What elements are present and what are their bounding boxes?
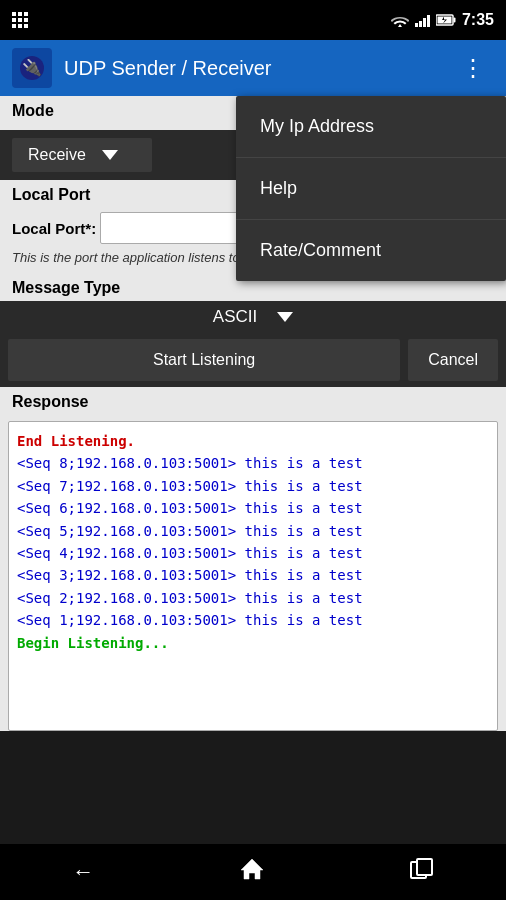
response-line: <Seq 1;192.168.0.103:5001> this is a tes… <box>17 609 489 631</box>
mode-dropdown-arrow <box>102 150 118 160</box>
dropdown-menu: My Ip Address Help Rate/Comment <box>236 96 506 281</box>
back-button[interactable]: ← <box>64 851 102 893</box>
status-bar: 7:35 <box>0 0 506 40</box>
grid-icon <box>12 12 28 28</box>
response-line: <Seq 6;192.168.0.103:5001> this is a tes… <box>17 497 489 519</box>
home-button[interactable] <box>231 849 273 896</box>
battery-icon <box>436 13 456 27</box>
recents-icon <box>410 858 434 880</box>
response-section: Response <box>0 387 506 415</box>
nav-bar: ← <box>0 844 506 900</box>
app-logo: 🔌 <box>12 48 52 88</box>
ascii-value: ASCII <box>213 307 257 327</box>
port-input[interactable] <box>100 212 240 244</box>
ascii-dropdown-arrow <box>277 312 293 322</box>
response-line: <Seq 3;192.168.0.103:5001> this is a tes… <box>17 564 489 586</box>
menu-item-help[interactable]: Help <box>236 158 506 220</box>
menu-item-rate-comment[interactable]: Rate/Comment <box>236 220 506 281</box>
action-row: Start Listening Cancel <box>0 333 506 387</box>
mode-value: Receive <box>28 146 86 164</box>
ascii-dropdown[interactable]: ASCII <box>213 307 293 327</box>
wifi-icon <box>391 13 409 27</box>
svg-text:🔌: 🔌 <box>22 58 42 77</box>
recents-button[interactable] <box>402 850 442 894</box>
response-box[interactable]: End Listening.<Seq 8;192.168.0.103:5001>… <box>8 421 498 731</box>
menu-item-my-ip[interactable]: My Ip Address <box>236 96 506 158</box>
response-line: <Seq 7;192.168.0.103:5001> this is a tes… <box>17 475 489 497</box>
signal-icon <box>415 13 430 27</box>
response-line: <Seq 2;192.168.0.103:5001> this is a tes… <box>17 587 489 609</box>
app-logo-icon: 🔌 <box>18 54 46 82</box>
app-bar: 🔌 UDP Sender / Receiver ⋮ <box>0 40 506 96</box>
response-line: <Seq 5;192.168.0.103:5001> this is a tes… <box>17 520 489 542</box>
response-line: <Seq 8;192.168.0.103:5001> this is a tes… <box>17 452 489 474</box>
response-section-label: Response <box>12 393 494 411</box>
overflow-menu-button[interactable]: ⋮ <box>453 46 494 90</box>
svg-rect-1 <box>453 18 455 23</box>
response-line: Begin Listening... <box>17 632 489 654</box>
start-listening-button[interactable]: Start Listening <box>8 339 400 381</box>
response-line: <Seq 4;192.168.0.103:5001> this is a tes… <box>17 542 489 564</box>
status-time: 7:35 <box>462 11 494 29</box>
svg-marker-5 <box>241 859 263 879</box>
svg-rect-7 <box>417 859 432 875</box>
port-field-label: Local Port*: <box>12 220 96 237</box>
response-line: End Listening. <box>17 430 489 452</box>
cancel-button[interactable]: Cancel <box>408 339 498 381</box>
status-icons: 7:35 <box>391 11 494 29</box>
mode-dropdown[interactable]: Receive <box>12 138 152 172</box>
app-title: UDP Sender / Receiver <box>64 57 441 80</box>
message-type-section-label: Message Type <box>12 279 494 297</box>
ascii-dropdown-row: ASCII <box>0 301 506 333</box>
home-icon <box>239 857 265 881</box>
